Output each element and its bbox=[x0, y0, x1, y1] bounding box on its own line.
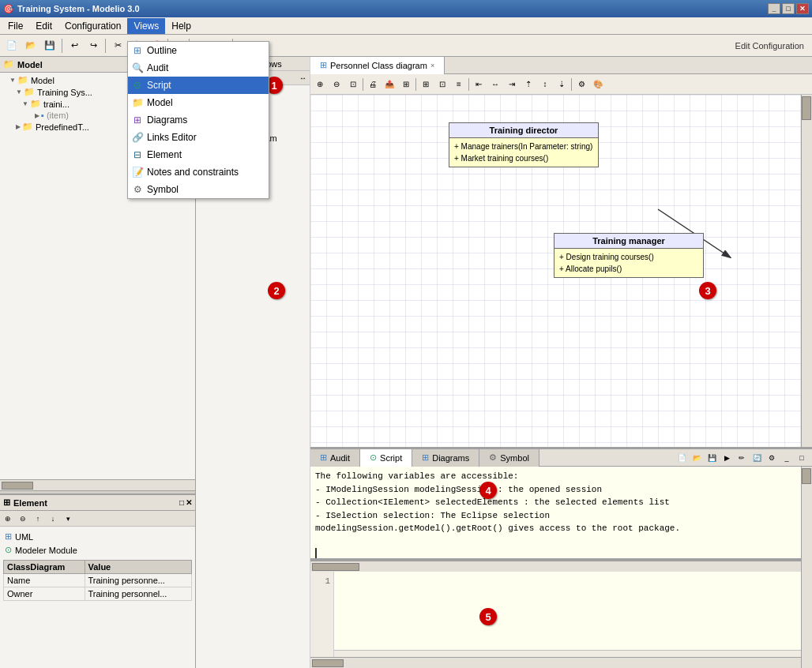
diagram-tab-close[interactable]: × bbox=[430, 62, 434, 69]
zoom-fit-btn[interactable]: ⊡ bbox=[345, 77, 361, 92]
element-add-btn[interactable]: ⊕ bbox=[1, 512, 15, 526]
script-text-4: - ISelection selection: The Eclipse sele… bbox=[315, 509, 796, 523]
script-settings-btn[interactable]: ⚙ bbox=[765, 451, 779, 465]
align-middle-btn[interactable]: ↕ bbox=[537, 77, 553, 92]
menu-item-model[interactable]: 📁 Model bbox=[128, 94, 269, 111]
align-bottom-btn[interactable]: ⇣ bbox=[554, 77, 570, 92]
zoom-in-btn[interactable]: ⊕ bbox=[312, 77, 328, 92]
tab-symbol[interactable]: ⚙ Symbol bbox=[479, 449, 539, 467]
tree-item-label: traini... bbox=[43, 99, 70, 109]
tab-diagrams[interactable]: ⊞ Diagrams bbox=[412, 449, 479, 467]
menu-configuration[interactable]: Configuration bbox=[58, 18, 127, 34]
script-lower-editor[interactable] bbox=[334, 572, 801, 651]
script-tab-label: Script bbox=[380, 453, 402, 463]
layers-btn[interactable]: ≡ bbox=[451, 77, 467, 92]
menu-item-script[interactable]: ⊙ Script bbox=[128, 77, 269, 94]
new-button[interactable]: 📄 bbox=[3, 37, 21, 54]
menu-item-links-editor[interactable]: 🔗 Links Editor bbox=[128, 129, 269, 146]
close-button[interactable]: ✕ bbox=[796, 3, 809, 14]
diagram-canvas[interactable]: Training director + Manage trainers(In P… bbox=[310, 95, 812, 447]
undo-button[interactable]: ↩ bbox=[66, 37, 83, 54]
menu-help[interactable]: Help bbox=[165, 18, 197, 34]
tree-scrollbar-h[interactable] bbox=[0, 479, 195, 490]
script-run-btn[interactable]: ▶ bbox=[720, 451, 734, 465]
h-scrollbar-thumb[interactable] bbox=[312, 563, 359, 571]
cut-button[interactable]: ✂ bbox=[109, 37, 126, 54]
minimize-button[interactable]: _ bbox=[768, 3, 780, 14]
menu-bar: File Edit Configuration Views Help bbox=[0, 17, 812, 35]
align-top-btn[interactable]: ⇡ bbox=[521, 77, 536, 92]
maximize-button[interactable]: □ bbox=[782, 3, 795, 14]
method-1: + Manage trainers(In Parameter: string) bbox=[454, 141, 593, 152]
element-down-btn[interactable]: ↓ bbox=[46, 512, 60, 526]
element-list-item[interactable]: ⊞ UML bbox=[3, 530, 192, 543]
menu-item-outline[interactable]: ⊞ Outline bbox=[128, 42, 269, 59]
num-circle-3: 3 bbox=[699, 282, 716, 299]
menu-file[interactable]: File bbox=[2, 18, 29, 34]
uml-box-training-director[interactable]: Training director + Manage trainers(In P… bbox=[449, 122, 599, 167]
menu-item-diagrams[interactable]: ⊞ Diagrams bbox=[128, 111, 269, 129]
grid-btn[interactable]: ⊞ bbox=[418, 77, 434, 92]
lower-scrollbar-h[interactable] bbox=[310, 657, 801, 668]
module-label: Modeler Module bbox=[15, 546, 77, 555]
dt-sep-4 bbox=[571, 78, 572, 91]
tab-audit[interactable]: ⊞ Audit bbox=[310, 449, 360, 467]
element-panel-minimize[interactable]: □ bbox=[179, 498, 184, 507]
edit-config-label[interactable]: Edit Configuration bbox=[731, 39, 809, 52]
properties-btn[interactable]: ⚙ bbox=[573, 77, 589, 92]
menu-item-element[interactable]: ⊟ Element bbox=[128, 146, 269, 163]
script-save-btn[interactable]: 💾 bbox=[705, 451, 719, 465]
script-scrollbar-v[interactable] bbox=[801, 467, 812, 668]
snap-btn[interactable]: ⊡ bbox=[434, 77, 450, 92]
menu-item-audit[interactable]: 🔍 Audit bbox=[128, 59, 269, 77]
uml-box-training-manager[interactable]: Training manager + Design training cours… bbox=[554, 233, 704, 278]
num-4: 4 bbox=[485, 485, 491, 497]
notes-icon: 📝 bbox=[131, 166, 144, 178]
element-table: ClassDiagram Value Name Training personn… bbox=[3, 560, 192, 601]
menu-item-notes[interactable]: 📝 Notes and constraints bbox=[128, 163, 269, 181]
align-right-btn[interactable]: ⇥ bbox=[504, 77, 520, 92]
export-btn[interactable]: 📤 bbox=[382, 77, 397, 92]
script-cursor[interactable] bbox=[315, 548, 317, 559]
menu-views[interactable]: Views bbox=[127, 18, 165, 34]
links-icon: 🔗 bbox=[131, 131, 144, 144]
align-left-btn[interactable]: ⇤ bbox=[471, 77, 487, 92]
script-maximize-btn[interactable]: □ bbox=[795, 451, 809, 465]
zoom-out-btn[interactable]: ⊖ bbox=[329, 77, 344, 92]
diagram-tab-personnel[interactable]: ⊞ Personnel Class diagram × bbox=[310, 57, 445, 74]
script-edit-btn[interactable]: ✏ bbox=[735, 451, 749, 465]
script-refresh-btn[interactable]: 🔄 bbox=[750, 451, 764, 465]
element-remove-btn[interactable]: ⊖ bbox=[16, 512, 30, 526]
element-list-item[interactable]: ⊙ Modeler Module bbox=[3, 543, 192, 557]
element-menu-btn[interactable]: ▾ bbox=[61, 512, 75, 526]
audit-tab-icon: ⊞ bbox=[320, 452, 327, 463]
script-new-btn[interactable]: 📄 bbox=[675, 451, 689, 465]
save-button[interactable]: 💾 bbox=[41, 37, 58, 54]
script-upper-area[interactable]: The following variables are accessible: … bbox=[310, 467, 801, 561]
element-up-btn[interactable]: ↑ bbox=[31, 512, 45, 526]
canvas-scrollbar-v[interactable] bbox=[801, 95, 812, 447]
views-dropdown-menu: ⊞ Outline 🔍 Audit ⊙ Script 📁 Model ⊞ Dia… bbox=[127, 41, 269, 199]
style-btn[interactable]: 🎨 bbox=[590, 77, 606, 92]
script-open-btn[interactable]: 📂 bbox=[690, 451, 704, 465]
tree-arrow: ▼ bbox=[16, 88, 22, 96]
menu-edit[interactable]: Edit bbox=[29, 18, 58, 34]
script-minimize-btn[interactable]: _ bbox=[780, 451, 794, 465]
script-v-thumb[interactable] bbox=[802, 468, 811, 484]
print-btn[interactable]: 🖨 bbox=[365, 77, 381, 92]
tab-script[interactable]: ⊙ Script bbox=[360, 449, 412, 467]
element-panel-close[interactable]: ✕ bbox=[186, 498, 192, 507]
open-button[interactable]: 📂 bbox=[22, 37, 39, 54]
upper-scrollbar-h[interactable] bbox=[310, 561, 801, 572]
bottom-toolbar: 📄 📂 💾 ▶ ✏ 🔄 ⚙ _ □ bbox=[675, 451, 812, 465]
menu-item-symbol[interactable]: ⚙ Symbol bbox=[128, 181, 269, 198]
layout-btn[interactable]: ⊞ bbox=[398, 77, 414, 92]
common-expand-icon[interactable]: ↔ bbox=[299, 74, 306, 82]
scrollbar-thumb-v[interactable] bbox=[802, 96, 811, 120]
redo-button[interactable]: ↪ bbox=[85, 37, 102, 54]
scrollbar-thumb-h[interactable] bbox=[2, 482, 33, 490]
title-bar-controls[interactable]: _ □ ✕ bbox=[768, 3, 809, 14]
uml-box-body: + Manage trainers(In Parameter: string) … bbox=[449, 138, 598, 167]
align-center-btn[interactable]: ↔ bbox=[487, 77, 503, 92]
lower-h-thumb[interactable] bbox=[312, 659, 344, 667]
